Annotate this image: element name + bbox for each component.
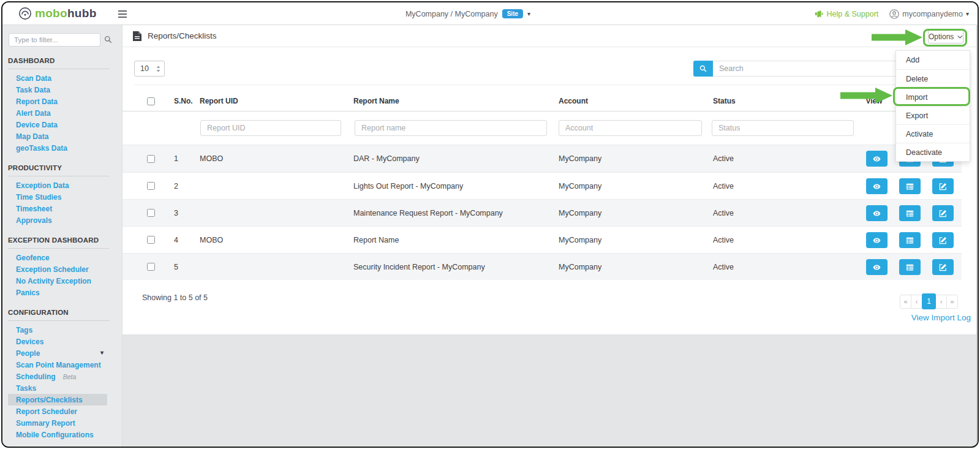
sidebar-item-scan-data[interactable]: Scan Data — [8, 72, 107, 84]
sidebar-item-timesheet[interactable]: Timesheet — [8, 203, 107, 214]
help-support-link[interactable]: Help & Support — [815, 10, 879, 18]
select-all-checkbox[interactable] — [147, 97, 155, 105]
table-row: 4 MOBO Report Name MyCompany Active — [123, 226, 962, 253]
search-button[interactable] — [693, 61, 713, 77]
cell-account: MyCompany — [559, 145, 601, 172]
filter-status-input[interactable] — [712, 120, 854, 136]
table-row: 2 Lights Out Report - MyCompany MyCompan… — [123, 172, 962, 199]
sidebar-item-geotasks-data[interactable]: geoTasks Data — [8, 142, 107, 154]
column-header-account: Account — [559, 91, 588, 111]
cell-sno: 4 — [174, 227, 178, 253]
sidebar-item-summary-report[interactable]: Summary Report — [8, 417, 107, 429]
app-window: mobohubb MyCompany / MyCompany Site ▾ He… — [1, 1, 979, 448]
sidebar-item-scan-point-management[interactable]: Scan Point Management — [8, 359, 107, 371]
row-checkbox[interactable] — [147, 155, 155, 163]
row-checkbox[interactable] — [147, 236, 155, 244]
company-breadcrumb: MyCompany / MyCompany — [405, 10, 498, 18]
sidebar-item-exception-scheduler[interactable]: Exception Scheduler — [8, 263, 107, 275]
row-checkbox[interactable] — [147, 209, 155, 217]
sidebar-item-tasks[interactable]: Tasks — [8, 382, 107, 394]
view-report-button[interactable] — [866, 232, 888, 248]
pagination-page-1[interactable]: 1 — [922, 293, 936, 309]
cell-report-name: DAR - MyCompany — [353, 145, 420, 172]
row-checkbox[interactable] — [147, 263, 155, 271]
view-report-button[interactable] — [866, 205, 888, 221]
logo-text: mobohubb — [35, 7, 97, 20]
pagination-first[interactable]: « — [900, 295, 911, 309]
view-import-log-link[interactable]: View Import Log — [911, 313, 971, 322]
search-icon — [699, 65, 707, 72]
sidebar-item-devices[interactable]: Devices — [8, 336, 107, 347]
table-row: 5 Security Incident Report - MyCompany M… — [123, 253, 962, 280]
filter-report-name-input[interactable] — [355, 120, 547, 136]
search-icon — [104, 36, 112, 43]
edit-report-button[interactable] — [932, 259, 954, 275]
sidebar-item-time-studies[interactable]: Time Studies — [8, 191, 107, 203]
edit-report-button[interactable] — [932, 178, 954, 194]
menu-item-import[interactable]: Import — [896, 88, 970, 106]
sidebar-filter-input[interactable] — [9, 33, 100, 47]
scrollbar-track[interactable] — [976, 25, 979, 447]
column-header-sno: S.No. — [174, 91, 193, 111]
report-fields-button[interactable] — [899, 205, 921, 221]
report-fields-button[interactable] — [899, 259, 921, 275]
pagination-prev[interactable]: ‹ — [911, 295, 922, 309]
pagination-last[interactable]: » — [946, 295, 958, 309]
sidebar-item-approvals[interactable]: Approvals — [8, 214, 107, 226]
cell-report-name: Lights Out Report - MyCompany — [353, 173, 463, 199]
sidebar-item-scheduling[interactable]: SchedulingBeta — [8, 371, 107, 382]
sidebar-item-exception-data[interactable]: Exception Data — [8, 179, 107, 191]
page-title: Reports/Checklists — [148, 31, 217, 40]
page-size-select[interactable]: 10 — [134, 61, 165, 77]
sidebar-item-report-data[interactable]: Report Data — [8, 96, 107, 107]
filter-report-uid-input[interactable] — [200, 120, 341, 136]
sidebar-item-device-data[interactable]: Device Data — [8, 119, 107, 130]
card-header: Reports/Checklists Options — [123, 25, 976, 47]
cell-sno: 3 — [174, 200, 178, 226]
menu-item-delete[interactable]: Delete — [896, 69, 970, 88]
divider — [8, 320, 110, 321]
chevron-down-icon: ▾ — [966, 10, 969, 17]
row-checkbox[interactable] — [147, 182, 155, 190]
menu-item-export[interactable]: Export — [896, 106, 970, 124]
table-icon — [906, 236, 914, 244]
edit-icon — [939, 236, 947, 244]
chevron-down-icon — [957, 35, 963, 39]
showing-summary: Showing 1 to 5 of 5 — [142, 293, 208, 302]
sidebar-item-panics[interactable]: Panics — [8, 287, 107, 298]
hamburger-menu-icon[interactable] — [118, 10, 127, 18]
options-dropdown-menu: Add Delete Import Export Activate Deacti… — [895, 50, 970, 162]
eye-icon — [873, 263, 881, 271]
edit-report-button[interactable] — [932, 232, 954, 248]
sidebar-item-map-data[interactable]: Map Data — [8, 130, 107, 142]
menu-item-deactivate[interactable]: Deactivate — [896, 143, 970, 161]
sidebar-item-reports-checklists[interactable]: Reports/Checklists — [8, 394, 107, 406]
table-icon — [906, 209, 914, 217]
sidebar-item-geofence[interactable]: Geofence — [8, 252, 107, 263]
cell-report-name: Maintenance Request Report - MyCompany — [353, 200, 503, 226]
sidebar-item-mobile-configurations[interactable]: Mobile Configurations — [8, 429, 107, 440]
filter-account-input[interactable] — [559, 120, 702, 136]
site-selector[interactable]: MyCompany / MyCompany Site ▾ — [405, 2, 530, 25]
divider — [134, 85, 967, 85]
user-menu[interactable]: mycompanydemo ▾ — [889, 9, 969, 19]
menu-item-add[interactable]: Add — [896, 51, 970, 69]
options-button[interactable]: Options — [928, 30, 963, 43]
sidebar-item-people[interactable]: People▾ — [8, 347, 107, 359]
beta-badge: Beta — [63, 373, 77, 380]
pagination-next[interactable]: › — [935, 295, 947, 309]
sidebar-item-task-data[interactable]: Task Data — [8, 84, 107, 96]
sidebar-item-no-activity-exception[interactable]: No Activity Exception — [8, 275, 107, 287]
view-report-button[interactable] — [866, 178, 888, 194]
report-fields-button[interactable] — [899, 178, 921, 194]
view-report-button[interactable] — [866, 151, 888, 167]
sidebar-item-report-scheduler[interactable]: Report Scheduler — [8, 406, 107, 417]
view-report-button[interactable] — [866, 259, 888, 275]
menu-item-activate[interactable]: Activate — [896, 124, 970, 143]
edit-report-button[interactable] — [932, 205, 954, 221]
sidebar-item-alert-data[interactable]: Alert Data — [8, 107, 107, 119]
report-fields-button[interactable] — [899, 232, 921, 248]
sidebar-item-tags[interactable]: Tags — [8, 324, 107, 336]
column-header-status: Status — [713, 91, 736, 111]
cell-status: Active — [713, 173, 734, 199]
